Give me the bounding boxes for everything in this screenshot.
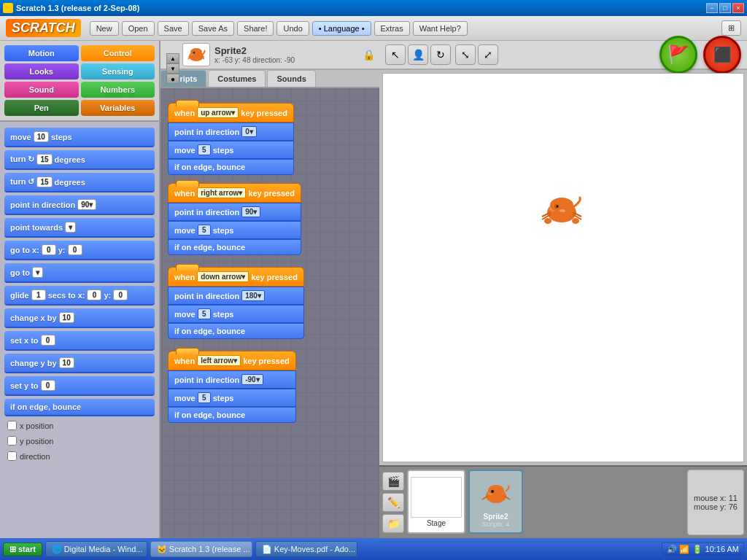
help-button[interactable]: Want Help? xyxy=(413,21,468,36)
svg-point-3 xyxy=(190,48,202,55)
block-glide[interactable]: glide 1 secs to x: 0 y: 0 xyxy=(4,286,155,306)
cat-pen[interactable]: Pen xyxy=(4,100,79,116)
stage-edit-btn[interactable]: ✏️ xyxy=(382,493,404,512)
hat-block-down[interactable]: when down arrow▾ key pressed xyxy=(168,267,304,287)
script-canvas[interactable]: when up arrow▾ key pressed point in dire… xyxy=(160,88,379,538)
extras-button[interactable]: Extras xyxy=(374,21,410,36)
sprite-thumb-svg xyxy=(184,44,209,65)
script-group-left: when left arrow▾ key pressed point in di… xyxy=(168,351,296,423)
language-button[interactable]: • Language • xyxy=(312,21,371,36)
cmd-point-neg90[interactable]: point in direction -90▾ xyxy=(168,370,296,389)
blocks-list: move 10 steps turn ↻ 15 degrees turn ↺ 1… xyxy=(0,122,159,538)
taskbar-item-2[interactable]: 📄 Key-Moves.pdf - Ado... xyxy=(255,541,357,557)
block-turn-ccw[interactable]: turn ↺ 15 degrees xyxy=(4,173,155,192)
cmd-bounce-up[interactable]: if on edge, bounce xyxy=(168,159,294,175)
block-set-y[interactable]: set y to 0 xyxy=(4,376,155,396)
cmd-bounce-left[interactable]: if on edge, bounce xyxy=(168,407,296,423)
cat-sprite xyxy=(536,190,587,237)
person-tool[interactable]: 👤 xyxy=(408,44,428,65)
checkbox-x-pos-input[interactable] xyxy=(7,421,17,430)
cat-sensing[interactable]: Sensing xyxy=(81,63,155,79)
expand-tool[interactable]: ⤡ xyxy=(455,44,476,65)
cursor-tool[interactable]: ↖ xyxy=(385,44,406,65)
tray-icons: 🔊 📶 🔋 xyxy=(667,545,702,554)
cmd-point-90[interactable]: point in direction 90▾ xyxy=(168,203,301,221)
block-change-x[interactable]: change x by 10 xyxy=(4,308,155,328)
shrink-tool[interactable]: ⤢ xyxy=(478,44,498,65)
lock-icon[interactable]: 🔒 xyxy=(363,49,375,61)
cmd-move-right[interactable]: move 5 steps xyxy=(168,221,301,239)
script-group-down: when down arrow▾ key pressed point in di… xyxy=(168,267,304,339)
block-change-y[interactable]: change y by 10 xyxy=(4,354,155,373)
stage-thumb[interactable]: Stage xyxy=(407,470,465,534)
app-icon xyxy=(3,3,13,13)
undo-button[interactable]: Undo xyxy=(276,21,309,36)
view-tool-group: ⤡ ⤢ xyxy=(455,44,498,65)
cmd-move-up[interactable]: move 5 steps xyxy=(168,141,294,159)
cat-numbers[interactable]: Numbers xyxy=(81,82,155,98)
checkbox-y-pos-input[interactable] xyxy=(7,436,17,446)
hat-block-up[interactable]: when up arrow▾ key pressed xyxy=(168,103,294,122)
go-button[interactable]: 🚩 xyxy=(659,36,697,74)
hat-block-left[interactable]: when left arrow▾ key pressed xyxy=(168,351,296,370)
save-button[interactable]: Save xyxy=(158,21,189,36)
cat-control[interactable]: Control xyxy=(81,45,155,61)
cat-sound[interactable]: Sound xyxy=(4,82,79,98)
categories: Motion Control Looks Sensing Sound Numbe… xyxy=(0,41,159,122)
block-turn-cw[interactable]: turn ↻ 15 degrees xyxy=(4,150,155,170)
save-as-button[interactable]: Save As xyxy=(192,21,234,36)
checkbox-direction-input[interactable] xyxy=(7,451,17,461)
cat-looks[interactable]: Looks xyxy=(4,63,79,79)
window-title: Scratch 1.3 (release of 2-Sep-08) xyxy=(16,4,139,12)
sprite2-label: Sprite2 xyxy=(484,513,508,521)
nav-center[interactable]: ● xyxy=(166,74,179,84)
stop-button[interactable]: ⬛ xyxy=(703,36,741,74)
system-tray: 🔊 📶 🔋 10:16 AM xyxy=(662,542,744,556)
svg-point-25 xyxy=(488,485,504,495)
taskbar-item-1[interactable]: 🐱 Scratch 1.3 (release ... xyxy=(150,541,252,557)
window-controls: − □ × xyxy=(706,3,744,13)
menu-bar: SCRATCH New Open Save Save As Share! Und… xyxy=(0,16,747,41)
stage-label: Stage xyxy=(427,519,446,527)
cmd-move-down[interactable]: move 5 steps xyxy=(168,305,304,323)
svg-point-14 xyxy=(557,206,559,208)
block-move[interactable]: move 10 steps xyxy=(4,128,155,147)
cat-variables[interactable]: Variables xyxy=(81,100,155,116)
hat-block-right[interactable]: when right arrow▾ key pressed xyxy=(168,183,301,203)
block-goto-xy[interactable]: go to x: 0 y: 0 xyxy=(4,241,155,260)
checkbox-direction: direction xyxy=(4,450,155,462)
nav-down-arrow[interactable]: ▼ xyxy=(166,63,179,74)
clock: 10:16 AM xyxy=(705,545,739,553)
title-bar-text: Scratch 1.3 (release of 2-Sep-08) xyxy=(3,3,139,13)
block-if-on-edge[interactable]: if on edge, bounce xyxy=(4,399,155,416)
close-button[interactable]: × xyxy=(732,3,744,13)
cmd-point-180[interactable]: point in direction 180▾ xyxy=(168,287,304,305)
share-button[interactable]: Share! xyxy=(237,21,274,36)
open-button[interactable]: Open xyxy=(122,21,155,36)
stage-upload-btn[interactable]: 📁 xyxy=(382,514,404,533)
taskbar-item-0[interactable]: 🌐 Digital Media - Wind... xyxy=(45,541,147,557)
cmd-bounce-down[interactable]: if on edge, bounce xyxy=(168,323,304,339)
block-set-x[interactable]: set x to 0 xyxy=(4,331,155,351)
new-button[interactable]: New xyxy=(90,21,119,36)
sprite2-thumb[interactable]: Sprite2 Scripts: 4 xyxy=(468,470,523,534)
nav-up-arrow[interactable]: ▲ xyxy=(166,53,179,63)
fullscreen-button[interactable]: ⊞ xyxy=(721,20,741,36)
cmd-point-0[interactable]: point in direction 0▾ xyxy=(168,122,294,141)
maximize-button[interactable]: □ xyxy=(719,3,731,13)
rotate-tool[interactable]: ↻ xyxy=(430,44,451,65)
minimize-button[interactable]: − xyxy=(706,3,718,13)
script-group-up: when up arrow▾ key pressed point in dire… xyxy=(168,103,294,175)
svg-point-4 xyxy=(193,52,195,54)
stage-view-btn[interactable]: 🎬 xyxy=(382,472,404,491)
cmd-bounce-right[interactable]: if on edge, bounce xyxy=(168,239,301,255)
checkbox-y-position: y position xyxy=(4,435,155,447)
start-button[interactable]: ⊞ start xyxy=(3,542,42,556)
block-point-direction[interactable]: point in direction 90▾ xyxy=(4,195,155,215)
tab-costumes[interactable]: Costumes xyxy=(208,70,266,87)
cat-motion[interactable]: Motion xyxy=(4,45,79,61)
tab-sounds[interactable]: Sounds xyxy=(267,70,315,87)
block-point-towards[interactable]: point towards ▾ xyxy=(4,218,155,238)
cmd-move-left[interactable]: move 5 steps xyxy=(168,389,296,407)
block-goto[interactable]: go to ▾ xyxy=(4,263,155,283)
